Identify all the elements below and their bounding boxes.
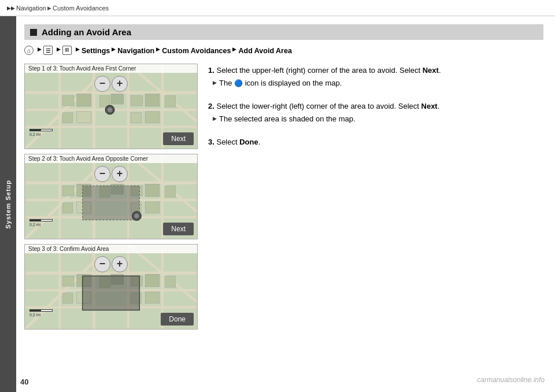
top-arrows: ▶▶ [7, 5, 15, 11]
instruction-2: 2. Select the lower-right (left) corner … [208, 101, 543, 125]
step-num-1: 1. [208, 66, 214, 75]
svg-rect-10 [77, 94, 91, 106]
section-icon [30, 29, 37, 36]
svg-rect-15 [131, 95, 143, 106]
step2-zoom-controls[interactable]: − + [94, 166, 128, 182]
instructions-column: 1. Select the upper-left (right) corner … [208, 64, 543, 330]
svg-rect-41 [145, 202, 160, 213]
svg-rect-65 [83, 276, 140, 310]
home-icon: ⌂ [24, 46, 34, 55]
svg-rect-14 [77, 112, 91, 123]
zoom-in-btn-3[interactable]: + [112, 256, 128, 272]
top-sep1: ▶ [47, 5, 51, 11]
instruction-1-bullet: ▶ The 🔵 icon is displayed on the map. [213, 77, 543, 89]
settings-icon: ☰ [43, 46, 53, 55]
step-num-3: 3. [208, 138, 214, 146]
path-settings: Settings [82, 46, 110, 57]
step3-done-button[interactable]: Done [161, 313, 194, 326]
step2-scale: 0.2 mi [29, 219, 53, 227]
svg-rect-16 [145, 94, 160, 106]
svg-rect-62 [165, 276, 176, 287]
svg-rect-18 [131, 113, 142, 123]
pin-icon-1: 🔵 [234, 79, 243, 87]
bullet-arrow-icon-2: ▶ [213, 115, 217, 123]
svg-rect-61 [145, 274, 160, 287]
svg-rect-38 [145, 184, 160, 197]
next-bold-1: Next [423, 66, 439, 75]
zoom-out-btn-3[interactable]: − [94, 256, 110, 272]
instruction-2-bullet: ▶ The selected area is shaded on the map… [213, 113, 543, 125]
svg-rect-35 [62, 203, 73, 213]
path-sep3: ▶ [112, 46, 116, 54]
step1-zoom-controls[interactable]: − + [94, 76, 128, 92]
path-sep2: ▶ [76, 46, 80, 54]
screenshot-step1: Step 1 of 3: Touch Avoid Area First Corn… [24, 64, 198, 149]
zoom-in-btn-2[interactable]: + [112, 166, 128, 182]
svg-rect-12 [111, 94, 124, 104]
breadcrumb-bar: ▶▶ Navigation ▶ Custom Avoidances [0, 0, 555, 16]
main-content: Adding an Avoid Area ⌂ ▶ ☰ ▶ ⊞ ▶ Setting… [16, 16, 555, 392]
path-sep1: ▶ [57, 46, 61, 54]
svg-point-21 [108, 108, 112, 112]
sidebar: System Setup [0, 16, 16, 392]
path-bar: ⌂ ▶ ☰ ▶ ⊞ ▶ Settings ▶ Navigation ▶ Cust… [24, 46, 543, 57]
step-num-2: 2. [208, 102, 214, 110]
svg-rect-31 [62, 186, 74, 196]
path-navigation: Navigation [117, 46, 154, 57]
step2-next-button[interactable]: Next [163, 223, 194, 235]
path-add-avoid-area: Add Avoid Area [238, 46, 291, 57]
sidebar-label: System Setup [5, 180, 12, 229]
svg-rect-17 [165, 95, 176, 107]
nav-icon: ⊞ [62, 46, 72, 55]
instruction-1: 1. Select the upper-left (right) corner … [208, 65, 543, 89]
zoom-out-btn-2[interactable]: − [94, 166, 110, 182]
instruction-2-bullet-text: The selected area is shaded on the map. [219, 113, 356, 125]
svg-rect-64 [145, 292, 160, 304]
instruction-2-text: 2. Select the lower-right (left) corner … [208, 101, 543, 112]
zoom-in-btn-1[interactable]: + [112, 76, 128, 92]
svg-rect-9 [62, 95, 74, 106]
screenshot-step2: Step 2 of 3: Touch Avoid Area Opposite C… [24, 154, 198, 239]
section-title: Adding an Avoid Area [42, 27, 131, 37]
path-sep0: ▶ [38, 46, 42, 54]
svg-rect-54 [62, 276, 74, 286]
step3-label: Step 3 of 3: Confirm Avoid Area [25, 245, 197, 253]
svg-point-44 [134, 213, 139, 218]
step2-label: Step 2 of 3: Touch Avoid Area Opposite C… [25, 154, 197, 163]
svg-rect-39 [165, 186, 176, 197]
screenshot-step3: Step 3 of 3: Confirm Avoid Area [24, 244, 198, 330]
screenshots-column: Step 1 of 3: Touch Avoid Area First Corn… [24, 64, 198, 330]
section-header: Adding an Avoid Area [24, 24, 543, 40]
two-col-layout: Step 1 of 3: Touch Avoid Area First Corn… [24, 64, 543, 330]
svg-rect-19 [145, 112, 160, 123]
instruction-3-text: 3. Select Done. [208, 136, 543, 148]
zoom-out-btn-1[interactable]: − [94, 76, 110, 92]
svg-rect-42 [83, 186, 140, 220]
next-bold-2: Next [421, 102, 438, 110]
top-nav-custom-avoidances: Custom Avoidances [53, 5, 109, 12]
step3-zoom-controls[interactable]: − + [94, 256, 128, 272]
step1-next-button[interactable]: Next [163, 132, 194, 145]
path-custom-avoidances: Custom Avoidances [162, 46, 231, 57]
done-bold-3: Done [239, 138, 258, 146]
instruction-1-bullet-text: The 🔵 icon is displayed on the map. [219, 77, 342, 89]
svg-rect-58 [62, 293, 73, 304]
svg-rect-13 [62, 113, 73, 123]
step1-label: Step 1 of 3: Touch Avoid Area First Corn… [25, 64, 197, 73]
step3-scale: 0.2 mi [29, 309, 53, 317]
top-nav-navigation: Navigation [16, 5, 46, 12]
path-sep4: ▶ [156, 46, 160, 54]
step1-scale: 0.2 mi [29, 129, 53, 137]
path-sep5: ▶ [232, 46, 236, 54]
instruction-1-text: 1. Select the upper-left (right) corner … [208, 65, 543, 76]
watermark: carmanualsonline.info [477, 376, 545, 384]
instruction-3: 3. Select Done. [208, 136, 543, 148]
bullet-arrow-icon-1: ▶ [213, 79, 217, 87]
